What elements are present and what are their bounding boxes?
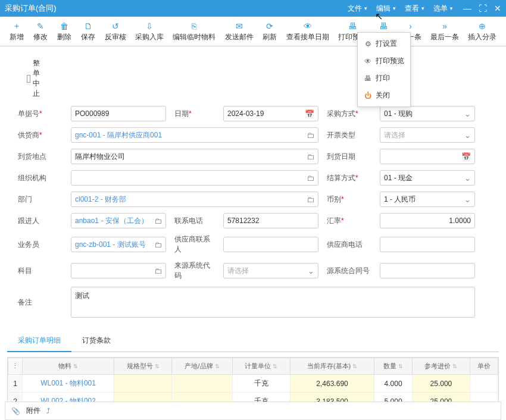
close-icon[interactable]: ✕ bbox=[494, 4, 501, 13]
tab-terms[interactable]: 订货条款 bbox=[71, 330, 121, 352]
select-purchase-method[interactable]: 01 - 现购⌄ bbox=[380, 106, 475, 121]
folder-icon[interactable]: 🗀 bbox=[154, 267, 162, 275]
toolbar-last[interactable]: »最后一条 bbox=[426, 19, 463, 46]
select-source-sys[interactable]: 请选择⌄ bbox=[223, 263, 318, 278]
calendar-icon[interactable]: 📅 bbox=[305, 109, 314, 118]
input-supplier[interactable]: gnc-001 - 隔岸村供应商001🗀 bbox=[71, 127, 318, 143]
eye-icon: 👁 bbox=[303, 21, 313, 31]
minimize-icon[interactable]: — bbox=[463, 4, 471, 13]
toolbar-unapprove[interactable]: ↺反审核 bbox=[100, 19, 131, 46]
folder-icon[interactable]: 🗀 bbox=[154, 217, 162, 225]
cell-qty[interactable]: 4.000 bbox=[374, 375, 413, 393]
toolbar-new[interactable]: ＋新增 bbox=[5, 19, 29, 46]
col-stock[interactable]: 当前库存(基本)⇅ bbox=[290, 358, 374, 375]
col-settings[interactable]: ⋮ bbox=[8, 358, 23, 375]
upload-icon[interactable]: ⤴ bbox=[46, 407, 50, 415]
dropdown-close[interactable]: ⏻关闭 bbox=[358, 87, 410, 104]
input-salesman[interactable]: gnc-zb-001 - 测试账号🗀 bbox=[71, 237, 166, 252]
input-rate[interactable]: 1.0000 bbox=[380, 213, 475, 228]
sort-icon: ⇅ bbox=[155, 363, 160, 369]
dropdown-print[interactable]: 🖶打印 bbox=[358, 70, 410, 87]
dropdown-print-preview[interactable]: 👁打印预览 bbox=[358, 52, 410, 70]
row-number: 1 bbox=[8, 375, 23, 393]
toolbar-instock[interactable]: ⇩采购入库 bbox=[131, 19, 168, 46]
file-icon: 🗋 bbox=[83, 21, 93, 31]
printer-icon: 🖶 bbox=[379, 21, 388, 31]
select-settle[interactable]: 01 - 现金⌄ bbox=[380, 170, 475, 186]
input-phone[interactable]: 57812232 bbox=[223, 213, 318, 228]
cell-unit-price[interactable] bbox=[470, 375, 498, 393]
folder-icon[interactable]: 🗀 bbox=[307, 174, 314, 183]
label-source-contract: 源系统合同号 bbox=[327, 266, 371, 276]
input-source-contract[interactable] bbox=[380, 263, 475, 278]
label-supplier: 供货商 bbox=[18, 130, 63, 140]
col-material[interactable]: 物料⇅ bbox=[23, 358, 114, 375]
gear-icon: ⚙ bbox=[364, 40, 372, 48]
input-org[interactable]: 🗀 bbox=[71, 170, 318, 186]
checkbox-abort[interactable]: 整单中止 bbox=[27, 58, 44, 99]
input-supplier-contact[interactable] bbox=[223, 237, 318, 252]
input-subject[interactable]: 🗀 bbox=[71, 263, 166, 278]
col-price[interactable]: 参考进价⇅ bbox=[412, 358, 470, 375]
refresh-icon: ⟳ bbox=[265, 21, 274, 31]
textarea-remark[interactable]: 测试 bbox=[71, 287, 475, 318]
input-supplier-phone[interactable] bbox=[380, 237, 475, 252]
col-unit-price[interactable]: 单价 bbox=[470, 358, 498, 375]
dropdown-print-settings[interactable]: ⚙打设置 bbox=[358, 35, 410, 52]
toolbar-temp-material[interactable]: ⎘编辑临时物料 bbox=[168, 19, 220, 46]
chevron-down-icon[interactable]: ⌄ bbox=[464, 131, 471, 140]
col-spec[interactable]: 规格型号⇅ bbox=[114, 358, 172, 375]
label-currency: 币别 bbox=[327, 195, 371, 205]
label-phone: 联系电话 bbox=[174, 216, 215, 226]
input-follower[interactable]: anbao1 - 安保（工会）🗀 bbox=[71, 213, 166, 228]
checkbox-icon[interactable] bbox=[27, 75, 30, 83]
toolbar-send-mail[interactable]: ✉发送邮件 bbox=[220, 19, 258, 46]
col-brand[interactable]: 产地/品牌⇅ bbox=[172, 358, 233, 375]
menu-edit[interactable]: 编辑▼ bbox=[376, 1, 396, 16]
tab-detail[interactable]: 采购订单明细 bbox=[7, 330, 71, 352]
cell-spec[interactable] bbox=[114, 375, 172, 393]
plus-icon: ＋ bbox=[12, 21, 21, 31]
chevron-down-icon[interactable]: ⌄ bbox=[464, 195, 471, 204]
folder-icon[interactable]: 🗀 bbox=[307, 152, 314, 161]
toolbar-delete[interactable]: 🗑删除 bbox=[52, 19, 76, 46]
cell-unit[interactable]: 千克 bbox=[232, 375, 290, 393]
eye-icon: 👁 bbox=[364, 57, 372, 65]
cell-price[interactable]: 25.000 bbox=[412, 375, 470, 393]
toolbar-edit[interactable]: ✎修改 bbox=[29, 19, 52, 46]
menu-select[interactable]: 选单▼ bbox=[433, 1, 454, 16]
calendar-icon[interactable]: 📅 bbox=[461, 152, 471, 161]
input-date[interactable]: 2024-03-19📅 bbox=[223, 106, 318, 121]
select-currency[interactable]: 1 - 人民币⌄ bbox=[380, 192, 475, 207]
input-delivery-date[interactable]: 📅 bbox=[380, 149, 475, 164]
input-delivery-addr[interactable]: 隔岸村物业公司🗀 bbox=[71, 149, 318, 164]
toolbar-insert-entry[interactable]: ⊕插入分录 bbox=[464, 19, 501, 46]
col-unit[interactable]: 计量单位⇅ bbox=[232, 358, 290, 375]
maximize-icon[interactable]: ⛶ bbox=[479, 4, 487, 13]
toolbar-view-date[interactable]: 👁查看接单日期 bbox=[282, 19, 333, 46]
toolbar: ＋新增 ✎修改 🗑删除 🗋保存 ↺反审核 ⇩采购入库 ⎘编辑临时物料 ✉发送邮件… bbox=[0, 17, 506, 46]
folder-icon[interactable]: 🗀 bbox=[307, 195, 314, 204]
select-invoice-type[interactable]: 请选择⌄ bbox=[380, 127, 475, 143]
input-dept[interactable]: cl001-2 - 财务部🗀 bbox=[71, 192, 318, 207]
cell-stock[interactable]: 2,463.690 bbox=[290, 375, 374, 393]
chevron-down-icon[interactable]: ⌄ bbox=[464, 109, 471, 118]
undo-icon: ↺ bbox=[111, 21, 120, 31]
toolbar-refresh[interactable]: ⟳刷新 bbox=[258, 19, 282, 46]
chevron-down-icon[interactable]: ⌄ bbox=[464, 174, 471, 183]
cell-material[interactable]: WL001 - 物料001 bbox=[23, 375, 114, 393]
chevron-down-icon: ▼ bbox=[449, 6, 454, 11]
input-order-no[interactable]: PO000989 bbox=[71, 106, 166, 121]
footer-attach-label[interactable]: 附件 bbox=[26, 406, 40, 416]
folder-icon[interactable]: 🗀 bbox=[307, 131, 314, 140]
chevron-down-icon[interactable]: ⌄ bbox=[308, 267, 314, 275]
col-qty[interactable]: 数量⇅ bbox=[374, 358, 413, 375]
cell-brand[interactable] bbox=[172, 375, 233, 393]
folder-icon[interactable]: 🗀 bbox=[154, 240, 162, 249]
table-row[interactable]: 1 WL001 - 物料001 千克 2,463.690 4.000 25.00… bbox=[8, 375, 498, 393]
menu-view[interactable]: 查看▼ bbox=[405, 1, 425, 16]
toolbar-save[interactable]: 🗋保存 bbox=[76, 19, 100, 46]
label-supplier-contact: 供应商联系人 bbox=[174, 234, 215, 255]
sort-icon: ⇅ bbox=[352, 363, 357, 369]
menu-file[interactable]: 文件▼ bbox=[348, 1, 368, 16]
